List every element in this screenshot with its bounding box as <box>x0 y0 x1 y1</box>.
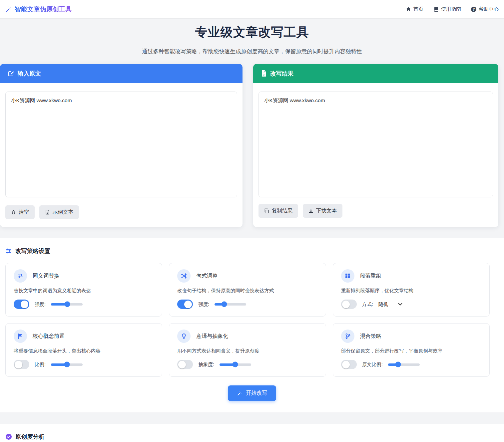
card-title: 句式调整 <box>196 273 218 280</box>
magic-wand-icon <box>5 6 12 13</box>
input-panel: 输入原文 清空 示例文本 <box>0 64 243 227</box>
start-rewrite-button-label: 开始改写 <box>246 390 267 397</box>
result-panel-body: 小K资源网 www.xkwo.com 复制结果 下载文本 <box>253 83 498 226</box>
control-label: 比例: <box>35 361 46 368</box>
nav-link-label: 帮助中心 <box>479 6 499 12</box>
result-panel-title: 改写结果 <box>270 70 293 78</box>
file-text-icon <box>45 210 50 215</box>
input-panel-header: 输入原文 <box>0 64 243 83</box>
clear-button[interactable]: 清空 <box>5 205 35 219</box>
nav-link-home[interactable]: 首页 <box>406 6 423 12</box>
strategy-card-hybrid: 混合策略 部分保留原文，部分进行改写，平衡原创与效率 原文比例: <box>333 323 490 377</box>
source-textarea[interactable] <box>5 92 237 197</box>
strategy-card-paragraph: 段落重组 重新排列段落顺序，优化文章结构 方式: 随机 <box>333 263 490 317</box>
card-title: 同义词替换 <box>33 273 59 280</box>
card-title: 核心概念前置 <box>33 333 65 340</box>
sample-text-button-label: 示例文本 <box>53 209 73 216</box>
result-panel-buttons: 复制结果 下载文本 <box>258 204 493 218</box>
concept-ratio-slider[interactable] <box>51 363 83 366</box>
result-panel: 改写结果 小K资源网 www.xkwo.com 复制结果 下载文本 <box>253 64 498 227</box>
paragraph-toggle[interactable] <box>341 300 357 309</box>
branch-icon <box>341 330 354 343</box>
hybrid-toggle[interactable] <box>341 360 357 369</box>
grid-icon <box>341 269 354 283</box>
original-ratio-slider[interactable] <box>388 363 420 366</box>
strategy-card-concept: 核心概念前置 将重要信息移至段落开头，突出核心内容 比例: <box>5 323 162 377</box>
control-label: 抽象度: <box>198 361 214 368</box>
select-value: 随机 <box>378 301 388 308</box>
chevron-down-icon <box>398 303 402 306</box>
sentence-strength-slider[interactable] <box>215 303 246 306</box>
copy-result-button[interactable]: 复制结果 <box>258 204 298 218</box>
synonym-toggle[interactable] <box>14 300 29 309</box>
paragraph-mode-select[interactable]: 随机 <box>378 301 402 308</box>
nav-links: 首页 使用指南 ? 帮助中心 <box>406 6 499 12</box>
hero: 专业级文章改写工具 通过多种智能改写策略，帮助您快速生成原创度高的文章，保留原意… <box>0 19 504 64</box>
shuffle-icon <box>177 269 191 283</box>
copy-result-button-label: 复制结果 <box>272 207 292 214</box>
trash-icon <box>11 210 16 215</box>
strategy-card-synonym: 同义词替换 替换文章中的词语为意义相近的表达 强度: <box>5 263 162 317</box>
input-panel-buttons: 清空 示例文本 <box>5 205 237 219</box>
editor-panels: 输入原文 清空 示例文本 <box>0 64 498 227</box>
synonym-strength-slider[interactable] <box>51 303 83 306</box>
clear-button-label: 清空 <box>19 209 29 216</box>
input-panel-title: 输入原文 <box>18 70 41 78</box>
exchange-arrows-icon <box>14 269 27 283</box>
sample-text-button[interactable]: 示例文本 <box>39 205 79 219</box>
analysis-section: 原创度分析 69% 预估原创度 8 总字数 66BCF8051O686M 修改比… <box>0 424 504 442</box>
app-title: 智能文章伪原创工具 <box>15 5 72 14</box>
card-title: 意译与抽象化 <box>196 333 228 340</box>
nav-link-label: 首页 <box>413 6 423 12</box>
concept-toggle[interactable] <box>14 360 29 369</box>
document-icon <box>261 70 267 77</box>
abstraction-slider[interactable] <box>220 363 251 366</box>
page-title: 专业级文章改写工具 <box>0 24 504 41</box>
home-icon <box>406 7 411 12</box>
page-subtitle: 通过多种智能改写策略，帮助您快速生成原创度高的文章，保留原意的同时提升内容独特性 <box>0 48 504 55</box>
control-label: 原文比例: <box>362 361 383 368</box>
strategy-card-sentence: 句式调整 改变句子结构，保持原意的同时变换表达方式 强度: <box>169 263 326 317</box>
edit-icon <box>8 70 14 77</box>
result-panel-header: 改写结果 <box>253 64 498 83</box>
flag-icon <box>14 330 27 343</box>
download-text-button-label: 下载文本 <box>316 207 337 214</box>
card-desc: 用不同方式表达相同含义，提升原创度 <box>177 348 317 354</box>
card-title: 混合策略 <box>360 333 381 340</box>
magic-wand-icon <box>237 390 243 396</box>
question-circle-icon: ? <box>471 7 476 12</box>
app-logo[interactable]: 智能文章伪原创工具 <box>5 5 72 14</box>
check-circle-icon <box>5 433 12 440</box>
nav-link-help[interactable]: ? 帮助中心 <box>471 6 499 12</box>
result-textbox[interactable]: 小K资源网 www.xkwo.com <box>258 92 493 197</box>
nav-link-label: 使用指南 <box>441 6 461 12</box>
input-panel-body: 清空 示例文本 <box>0 83 243 227</box>
lightbulb-icon <box>177 330 191 343</box>
card-desc: 部分保留原文，部分进行改写，平衡原创与效率 <box>341 348 481 354</box>
copy-icon <box>264 208 269 213</box>
strategy-section: 改写策略设置 同义词替换 替换文章中的词语为意义相近的表达 强度: <box>0 238 504 412</box>
nav-link-guide[interactable]: 使用指南 <box>433 6 461 12</box>
control-label: 强度: <box>35 301 46 308</box>
navbar: 智能文章伪原创工具 首页 使用指南 ? 帮助中心 <box>0 0 504 19</box>
download-icon <box>308 208 313 213</box>
control-label: 方式: <box>362 301 373 308</box>
strategy-card-paraphrase: 意译与抽象化 用不同方式表达相同含义，提升原创度 抽象度: <box>169 323 326 377</box>
card-desc: 重新排列段落顺序，优化文章结构 <box>341 288 481 294</box>
start-rewrite-button[interactable]: 开始改写 <box>228 385 276 401</box>
download-text-button[interactable]: 下载文本 <box>303 204 342 218</box>
analysis-section-header: 原创度分析 <box>5 433 499 441</box>
analysis-section-title: 原创度分析 <box>15 433 45 441</box>
strategy-section-title: 改写策略设置 <box>15 247 50 255</box>
card-title: 段落重组 <box>360 273 381 280</box>
control-label: 强度: <box>198 301 209 308</box>
sentence-toggle[interactable] <box>177 300 193 309</box>
paraphrase-toggle[interactable] <box>177 360 193 369</box>
sliders-icon <box>5 248 12 254</box>
card-desc: 替换文章中的词语为意义相近的表达 <box>14 288 154 294</box>
card-desc: 改变句子结构，保持原意的同时变换表达方式 <box>177 288 317 294</box>
strategy-cards: 同义词替换 替换文章中的词语为意义相近的表达 强度: 句式调整 改变句子结构，保… <box>5 263 490 377</box>
strategy-section-header: 改写策略设置 <box>5 247 499 255</box>
book-icon <box>433 7 439 12</box>
card-desc: 将重要信息移至段落开头，突出核心内容 <box>14 348 154 354</box>
